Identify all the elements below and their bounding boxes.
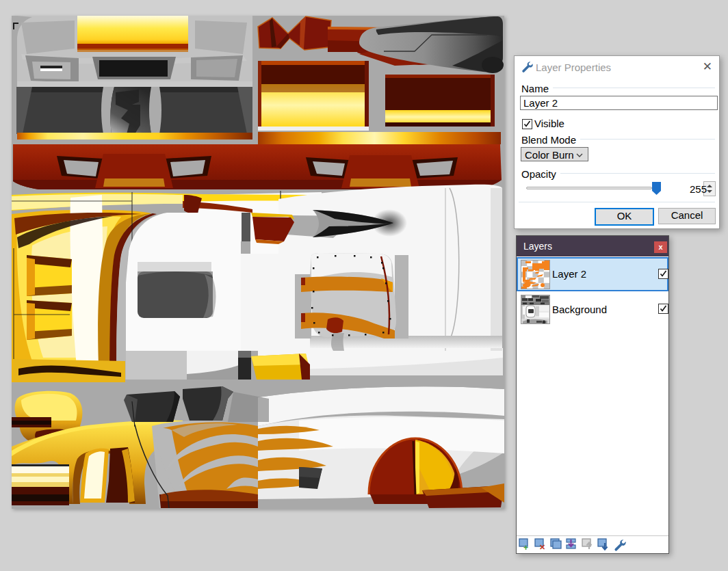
svg-text:+: +: [523, 543, 528, 553]
svg-text:✕: ✕: [539, 543, 545, 551]
